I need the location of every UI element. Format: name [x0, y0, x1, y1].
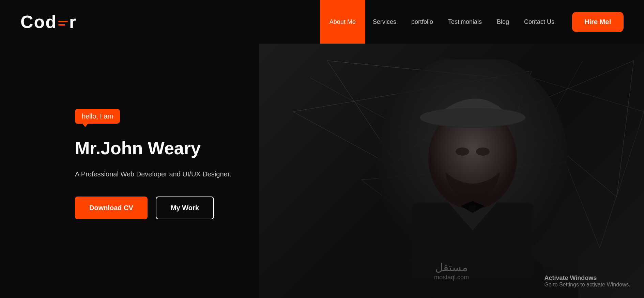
navbar: Codr About Me Services portfolio Testimo…: [0, 0, 644, 44]
hero-image-area: مستقل mostaql.com: [259, 44, 644, 298]
svg-point-15: [476, 147, 490, 156]
my-work-button[interactable]: My Work: [156, 197, 214, 219]
windows-notice-body: Go to Settings to activate Windows.: [544, 282, 630, 288]
windows-notice-title: Activate Windows: [544, 275, 630, 282]
hire-me-button[interactable]: Hire Me!: [572, 12, 624, 32]
svg-point-13: [420, 108, 525, 127]
hero-left: hello, I am Mr.John Weary A Professional…: [0, 44, 259, 298]
logo-text-end: r: [69, 12, 77, 32]
logo-text-start: Cod: [20, 12, 57, 32]
nav-item-blog[interactable]: Blog: [489, 0, 517, 44]
nav-item-portfolio[interactable]: portfolio: [404, 0, 441, 44]
nav-item-about[interactable]: About Me: [320, 0, 365, 44]
nav-item-testimonials[interactable]: Testimonials: [441, 0, 489, 44]
hero-name: Mr.John Weary: [75, 138, 259, 158]
person-figure: [367, 60, 578, 298]
logo-lines-icon: [58, 21, 68, 26]
nav-item-contact[interactable]: Contact Us: [517, 0, 562, 44]
logo-line-2: [58, 24, 65, 26]
svg-point-14: [456, 147, 469, 156]
logo[interactable]: Codr: [20, 12, 77, 32]
watermark-arabic: مستقل: [434, 261, 469, 274]
svg-rect-16: [469, 205, 476, 211]
nav-item-services[interactable]: Services: [365, 0, 404, 44]
hero-buttons: Download CV My Work: [75, 197, 259, 219]
windows-notice: Activate Windows Go to Settings to activ…: [544, 275, 630, 288]
logo-text: Codr: [20, 12, 77, 32]
download-cv-button[interactable]: Download CV: [75, 197, 148, 219]
hello-badge: hello, I am: [75, 109, 120, 124]
hero-section: hello, I am Mr.John Weary A Professional…: [0, 44, 644, 298]
hero-description: A Professional Web Developer and UI/UX D…: [75, 169, 259, 179]
watermark-url: mostaql.com: [434, 274, 469, 281]
watermark: مستقل mostaql.com: [434, 261, 469, 281]
logo-line-1: [58, 21, 68, 22]
nav-links: About Me Services portfolio Testimonials…: [320, 0, 624, 44]
